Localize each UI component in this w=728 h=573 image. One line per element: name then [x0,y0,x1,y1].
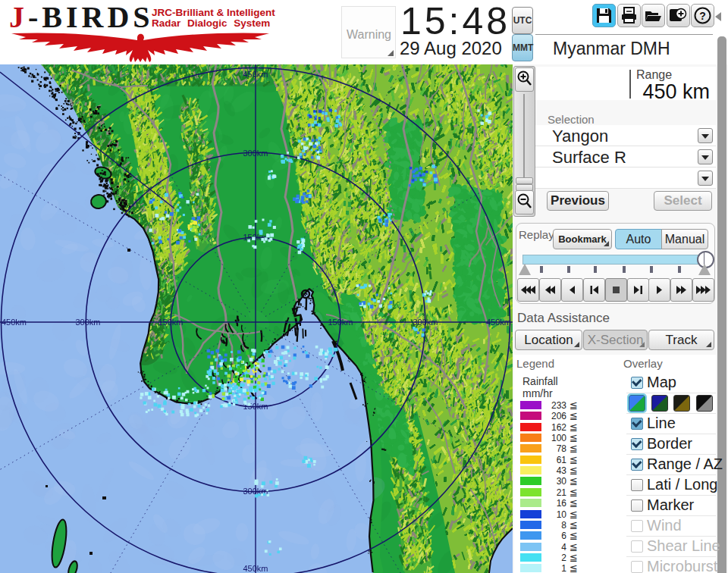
svg-text:?: ? [699,10,706,22]
